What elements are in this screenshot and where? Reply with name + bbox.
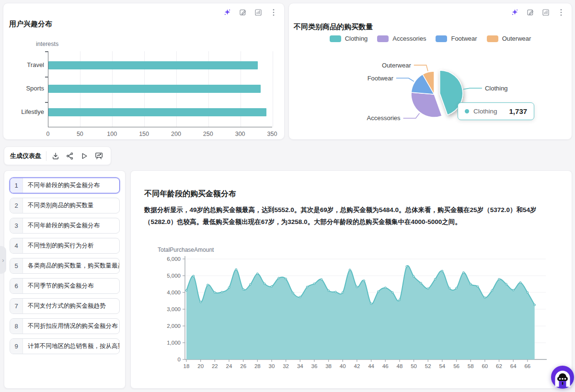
area-x-tick: 22 bbox=[212, 363, 218, 369]
ai-sparkle-icon[interactable] bbox=[223, 8, 231, 16]
question-number: 9 bbox=[10, 339, 23, 354]
area-x-tick: 44 bbox=[368, 363, 374, 369]
question-number: 8 bbox=[10, 319, 23, 334]
area-y-tick: 2,000 bbox=[167, 323, 181, 329]
area-x-tick: 24 bbox=[226, 363, 232, 369]
bar-x-tick: 200 bbox=[165, 131, 186, 137]
interests-chart-card: 用户兴趣分布 interests 050100150200250300350Tr… bbox=[3, 3, 285, 140]
edit-icon[interactable] bbox=[526, 8, 534, 16]
edit-icon[interactable] bbox=[239, 8, 247, 16]
question-item-3[interactable]: 3不同年龄段的购买金额分布 bbox=[10, 218, 120, 234]
question-list-panel: 1不同年龄段的购买金额分布2不同类别商品的购买数量3不同年龄段的购买金额分布4不… bbox=[4, 170, 126, 389]
question-item-2[interactable]: 2不同类别商品的购买数量 bbox=[10, 198, 120, 213]
pie-legend: ClothingAccessoriesFootwearOuterwear bbox=[289, 35, 572, 42]
question-number: 4 bbox=[10, 238, 23, 253]
question-label: 不同性别的购买行为分析 bbox=[23, 238, 119, 253]
area-x-tick: 20 bbox=[197, 363, 204, 369]
chevron-right-icon: › bbox=[2, 257, 4, 264]
area-y-tick: 5,000 bbox=[167, 273, 181, 279]
bar-x-tick: 250 bbox=[197, 131, 218, 137]
ai-assistant-button[interactable] bbox=[551, 366, 574, 389]
pie-slice-accessories[interactable] bbox=[411, 92, 442, 117]
area-x-tick: 42 bbox=[354, 363, 360, 369]
question-item-4[interactable]: 4不同性别的购买行为分析 bbox=[10, 238, 120, 254]
bar-chart-plot bbox=[48, 51, 272, 127]
area-y-tick: 4,000 bbox=[167, 290, 181, 295]
presentation-icon[interactable] bbox=[92, 147, 106, 165]
share-icon[interactable] bbox=[63, 147, 77, 165]
area-x-tick: 56 bbox=[453, 363, 460, 369]
question-label: 不同折扣应用情况的购买金额分布 bbox=[23, 319, 119, 334]
question-item-9[interactable]: 9计算不同地区的总销售额，按从高到低排序， bbox=[10, 338, 120, 354]
question-item-1[interactable]: 1不同年龄段的购买金额分布 bbox=[10, 178, 120, 193]
question-item-5[interactable]: 5各类商品的购买数量，购买数量最高的前5款 bbox=[10, 258, 120, 274]
area-x-tick: 60 bbox=[482, 363, 488, 369]
pie-tooltip: Clothing 1,737 bbox=[458, 102, 534, 120]
area-y-tick: 0 bbox=[178, 357, 181, 362]
more-icon[interactable] bbox=[557, 8, 565, 16]
pie-label-accessories: Accessories bbox=[367, 114, 401, 122]
area-x-tick: 46 bbox=[382, 363, 389, 369]
bar-travel[interactable] bbox=[48, 61, 258, 69]
question-label: 计算不同地区的总销售额，按从高到低排序， bbox=[23, 339, 119, 354]
dashboard-toolbar: 生成仪表盘 bbox=[4, 146, 111, 165]
legend-item-outerwear[interactable]: Outerwear bbox=[487, 35, 531, 42]
tooltip-dot bbox=[465, 109, 469, 113]
bar-x-tick: 300 bbox=[230, 131, 251, 137]
pie-label-footwear: Footwear bbox=[368, 75, 394, 82]
question-item-6[interactable]: 6不同季节的购买金额分布 bbox=[10, 278, 120, 294]
area-x-tick: 62 bbox=[496, 363, 502, 369]
interests-bar-chart: 050100150200250300350TravelSportsLifestl… bbox=[8, 51, 282, 140]
download-icon[interactable] bbox=[48, 147, 63, 165]
legend-item-clothing[interactable]: Clothing bbox=[330, 35, 368, 42]
legend-swatch bbox=[436, 35, 447, 42]
bar-x-tick: 350 bbox=[262, 131, 283, 137]
area-x-tick: 64 bbox=[510, 363, 517, 369]
age-amount-area-chart[interactable]: 01,0002,0003,0004,0005,0006,000182022242… bbox=[144, 252, 559, 377]
area-x-tick: 54 bbox=[439, 363, 445, 369]
legend-swatch bbox=[487, 35, 498, 42]
bar-x-tick: 150 bbox=[134, 131, 155, 137]
legend-item-footwear[interactable]: Footwear bbox=[436, 35, 477, 42]
legend-swatch bbox=[330, 35, 341, 42]
bar-category-label: Sports bbox=[8, 84, 44, 93]
result-panel: 不同年龄段的购买金额分布 数据分析显示，49岁的总购买金额最高，达到5552.0… bbox=[130, 170, 572, 389]
question-label: 不同年龄段的购买金额分布 bbox=[23, 178, 119, 193]
legend-swatch bbox=[377, 35, 389, 42]
area-x-tick: 52 bbox=[425, 363, 431, 369]
question-number: 3 bbox=[10, 218, 23, 233]
area-x-tick: 38 bbox=[325, 363, 332, 369]
chart-icon[interactable] bbox=[541, 8, 550, 16]
question-label: 不同类别商品的购买数量 bbox=[23, 198, 119, 213]
area-x-tick: 48 bbox=[397, 363, 403, 369]
play-icon[interactable] bbox=[77, 147, 92, 165]
area-x-tick: 30 bbox=[269, 363, 275, 369]
legend-item-accessories[interactable]: Accessories bbox=[377, 35, 426, 42]
question-number: 7 bbox=[10, 299, 23, 314]
question-label: 各类商品的购买数量，购买数量最高的前5款 bbox=[23, 258, 119, 273]
collapse-sidebar-handle[interactable]: › bbox=[0, 246, 6, 274]
card-title: 不同类别商品的购买数量 bbox=[294, 22, 373, 32]
bar-category-label: Lifestlye bbox=[8, 108, 44, 116]
area-x-tick: 50 bbox=[411, 363, 417, 369]
pie-chart[interactable]: ClothingAccessoriesFootwearOuterwear bbox=[289, 49, 573, 140]
chart-icon[interactable] bbox=[254, 8, 262, 16]
ai-sparkle-icon[interactable] bbox=[511, 8, 519, 16]
question-list: 1不同年龄段的购买金额分布2不同类别商品的购买数量3不同年龄段的购买金额分布4不… bbox=[10, 178, 120, 354]
generate-dashboard-button[interactable]: 生成仪表盘 bbox=[10, 152, 41, 160]
question-item-7[interactable]: 7不同支付方式的购买金额趋势 bbox=[10, 298, 120, 314]
question-number: 1 bbox=[10, 178, 23, 193]
question-label: 不同季节的购买金额分布 bbox=[23, 279, 119, 293]
question-item-8[interactable]: 8不同折扣应用情况的购买金额分布 bbox=[10, 318, 120, 334]
question-number: 6 bbox=[10, 279, 23, 293]
pie-label-outerwear: Outerwear bbox=[382, 62, 411, 69]
bar-axis-title: interests bbox=[36, 41, 58, 47]
result-description: 数据分析显示，49岁的总购买金额最高，达到5552.0。其次是69岁，总购买金额… bbox=[144, 204, 559, 228]
card-title: 用户兴趣分布 bbox=[9, 20, 52, 29]
bar-sports[interactable] bbox=[48, 85, 261, 93]
toolbar-divider bbox=[46, 151, 46, 161]
more-icon[interactable] bbox=[269, 8, 277, 16]
bar-x-tick: 100 bbox=[102, 131, 123, 137]
area-x-tick: 26 bbox=[240, 363, 246, 369]
bar-lifestlye[interactable] bbox=[48, 108, 266, 116]
